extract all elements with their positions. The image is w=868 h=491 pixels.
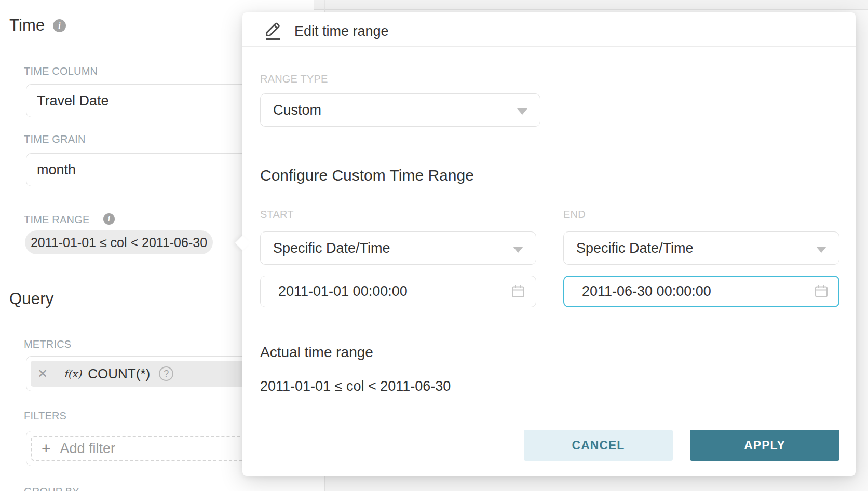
end-datetime-wrap (563, 276, 839, 307)
range-type-value: Custom (273, 102, 321, 118)
time-range-label: TIME RANGE (24, 214, 89, 226)
calendar-icon[interactable] (813, 283, 829, 299)
metric-chip-label: COUNT(*) (88, 366, 150, 382)
calendar-icon[interactable] (510, 283, 526, 299)
popover-arrow (235, 236, 250, 250)
time-grain-label: TIME GRAIN (24, 133, 86, 145)
time-range-pill[interactable]: 2011-01-01 ≤ col < 2011-06-30 (25, 230, 213, 254)
time-column-label: TIME COLUMN (24, 65, 98, 77)
divider (260, 146, 839, 146)
divider (260, 322, 839, 322)
remove-metric-icon[interactable]: ✕ (31, 361, 55, 387)
filters-container: + Add filter (26, 431, 275, 466)
chevron-down-icon (816, 247, 826, 253)
pencil-icon (261, 19, 282, 42)
start-datetime-input[interactable] (260, 276, 536, 307)
configure-heading: Configure Custom Time Range (260, 167, 474, 184)
range-type-select[interactable]: Custom (260, 93, 540, 127)
start-mode-select[interactable]: Specific Date/Time (260, 231, 536, 265)
chart-panel-top-strip (314, 0, 868, 10)
start-label: START (260, 209, 536, 221)
plus-icon: + (42, 441, 51, 456)
popover-header: Edit time range (242, 12, 856, 47)
end-column: END Specific Date/Time (563, 209, 839, 307)
filters-label: FILTERS (24, 410, 66, 422)
metrics-container: ✕ f(x) COUNT(*) ? (26, 356, 275, 391)
query-section-divider (9, 318, 244, 318)
add-filter-label: Add filter (60, 441, 116, 457)
end-datetime-input[interactable] (563, 276, 839, 307)
group-by-label: GROUP BY (24, 486, 79, 491)
end-label: END (563, 209, 839, 221)
time-grain-select[interactable]: month (26, 153, 275, 186)
divider (260, 413, 839, 413)
actual-range-heading: Actual time range (260, 344, 373, 361)
end-mode-value: Specific Date/Time (576, 240, 694, 256)
start-mode-value: Specific Date/Time (273, 240, 390, 256)
add-filter-button[interactable]: + Add filter (31, 436, 271, 461)
actual-range-value: 2011-01-01 ≤ col < 2011-06-30 (260, 378, 451, 394)
time-section-title: Time (9, 16, 45, 35)
start-column: START Specific Date/Time (260, 209, 536, 307)
apply-button[interactable]: APPLY (690, 430, 839, 461)
time-section-divider (9, 46, 244, 46)
explore-view: Time i TIME COLUMN Travel Date TIME GRAI… (0, 0, 868, 491)
query-section-title: Query (9, 290, 53, 308)
cancel-button[interactable]: CANCEL (524, 430, 673, 461)
range-type-label: RANGE TYPE (260, 73, 328, 85)
function-icon: f(x) (64, 367, 82, 380)
edit-time-range-popover: Edit time range RANGE TYPE Custom Config… (242, 12, 856, 476)
start-datetime-wrap (260, 276, 536, 307)
metric-help-icon[interactable]: ? (159, 366, 173, 381)
time-column-select[interactable]: Travel Date (26, 84, 275, 117)
metric-chip[interactable]: ✕ f(x) COUNT(*) ? (31, 361, 270, 387)
metrics-label: METRICS (24, 338, 71, 350)
chevron-down-icon (517, 108, 527, 115)
time-range-info-icon[interactable]: i (103, 213, 115, 225)
popover-title: Edit time range (294, 23, 389, 39)
time-info-icon[interactable]: i (53, 19, 66, 32)
end-mode-select[interactable]: Specific Date/Time (563, 231, 839, 265)
chevron-down-icon (513, 247, 523, 253)
